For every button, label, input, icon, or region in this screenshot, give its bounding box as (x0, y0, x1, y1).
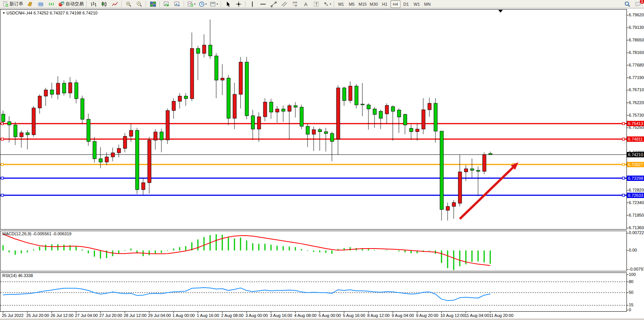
trendline-icon (271, 1, 277, 7)
timeframe-d1-button[interactable]: D1 (401, 0, 411, 8)
trendline-button[interactable] (269, 0, 279, 8)
toolbar-separator (121, 1, 122, 7)
notification-badge: 1 (640, 0, 644, 4)
template-button[interactable]: ▾ (209, 0, 219, 8)
chevron-down-icon: ▾ (194, 3, 196, 6)
price-tick-label: 6.76220 (629, 100, 644, 105)
macd-axis-label: -0.007979 (629, 267, 644, 271)
price-tag: 6.74811 (627, 136, 644, 142)
timeframe-label: H4 (393, 2, 398, 6)
rsi-indicator-label: RSI(14) 46.3338 (2, 273, 33, 278)
timeframe-m5-button[interactable]: M5 (347, 0, 357, 8)
time-label: 10 Aug 12:00 (440, 313, 465, 318)
profile-icon (38, 1, 44, 7)
timeframe-label: M1 (338, 2, 344, 6)
add-chart-button[interactable]: ▾ (186, 0, 197, 8)
price-tag: 6.73827 (627, 162, 644, 167)
candle-chart-button[interactable] (99, 0, 109, 8)
notifications-button[interactable]: 1 (633, 0, 643, 8)
price-tick-label: 6.71360 (629, 225, 644, 230)
vline-button[interactable] (247, 0, 257, 8)
chart-collapse-icon[interactable]: ▼ (2, 11, 5, 15)
time-label: 25 Jul 2022 (2, 313, 24, 318)
timeframe-h1-button[interactable]: H1 (380, 0, 390, 8)
cursor-button[interactable] (223, 0, 233, 8)
chart-step-button[interactable] (172, 0, 182, 8)
search-button[interactable] (622, 0, 632, 8)
macd-name: MACD(12,26,9) (2, 231, 31, 236)
timeframe-h4-button[interactable]: H4 (391, 0, 400, 8)
timeframe-mn-button[interactable]: MN (422, 0, 432, 8)
timeframe-m15-button[interactable]: M15 (357, 0, 368, 8)
hline-button[interactable] (258, 0, 268, 8)
price-tag: 6.75413 (627, 121, 644, 126)
timeframe-label: H1 (382, 2, 387, 6)
add-chart-icon (187, 1, 193, 7)
time-label: 4 Aug 08:00 (294, 313, 317, 318)
ohlc-open: 6.74252 (33, 11, 49, 15)
bar-chart-icon (91, 1, 97, 7)
channel-button[interactable] (279, 0, 289, 8)
timeframe-m30-button[interactable]: M30 (368, 0, 379, 8)
gold-button[interactable] (25, 0, 35, 8)
toolbar-separator (184, 1, 185, 7)
arrows-button[interactable]: ▾ (322, 0, 333, 8)
zoom-out-button[interactable] (134, 0, 144, 8)
chart-title: ▼ USDCNH-,H4 6.74252 6.74327 6.74198 6.7… (2, 11, 97, 15)
toolbar-separator (334, 1, 335, 7)
price-tag: 6.74210 (627, 152, 644, 157)
rsi-panel[interactable] (0, 272, 627, 312)
price-tag: 6.73298 (627, 176, 644, 181)
text-label-button[interactable]: T (311, 0, 321, 8)
price-tick-label: 6.72340 (629, 200, 644, 205)
text-button[interactable]: A (301, 0, 311, 8)
timeframe-w1-button[interactable]: W1 (412, 0, 422, 8)
line-chart-button[interactable] (110, 0, 120, 8)
rsi-axis-label: 50 (629, 290, 633, 295)
tile-windows-button[interactable] (148, 0, 158, 8)
new-order-button[interactable]: 新订单 (1, 0, 24, 8)
new-order-icon (2, 1, 8, 7)
zoom-in-button[interactable] (124, 0, 134, 8)
line-chart-icon (112, 1, 118, 7)
timeframe-label: M15 (359, 2, 367, 6)
time-label: 1 Aug 16:00 (197, 313, 219, 318)
toolbar-separator (221, 1, 222, 7)
channel-icon (281, 1, 287, 7)
time-label: 29 Jul 04:00 (148, 313, 171, 318)
toolbar-separator (86, 1, 87, 7)
profile-button[interactable] (36, 0, 46, 8)
vline-icon (249, 1, 255, 7)
macd-panel[interactable] (0, 231, 627, 271)
time-label: 3 Aug 16:00 (270, 313, 292, 318)
signal-button[interactable] (46, 0, 56, 8)
rsi-axis-label: 15 (629, 303, 633, 307)
chevron-down-icon: ▾ (217, 3, 218, 6)
chevron-down-icon: ▾ (330, 3, 332, 6)
crosshair-button[interactable] (234, 0, 244, 8)
chart-play-button[interactable] (162, 0, 172, 8)
search-icon (624, 1, 630, 7)
auto-trading-label: 自动交易 (65, 1, 84, 7)
svg-text:A: A (304, 2, 308, 7)
candle-chart-icon (101, 1, 107, 7)
window-bottom-edge (0, 318, 644, 320)
gold-icon (27, 1, 33, 7)
fibonacci-button[interactable]: F (290, 0, 300, 8)
macd-signal-value: -0.006319 (53, 231, 72, 236)
chart-play-icon (164, 1, 170, 7)
macd-indicator-label: MACD(12,26,9) -0.005561 -0.006319 (2, 231, 72, 236)
clock-button[interactable]: ▾ (198, 0, 208, 8)
price-chart-panel[interactable] (0, 9, 627, 230)
price-tick-label: 6.77190 (629, 75, 644, 80)
time-label: 9 Aug 20:00 (416, 313, 438, 318)
ohlc-close: 6.74210 (82, 11, 97, 15)
clock-icon (199, 1, 205, 7)
auto-trading-button[interactable]: 自动交易 (57, 0, 85, 8)
timeframe-m1-button[interactable]: M1 (336, 0, 346, 8)
bar-chart-button[interactable] (89, 0, 99, 8)
signal-icon (48, 1, 54, 7)
price-tick-label: 6.78160 (629, 50, 644, 55)
hline-icon (260, 1, 266, 7)
price-tick-label: 6.72820 (629, 188, 644, 192)
